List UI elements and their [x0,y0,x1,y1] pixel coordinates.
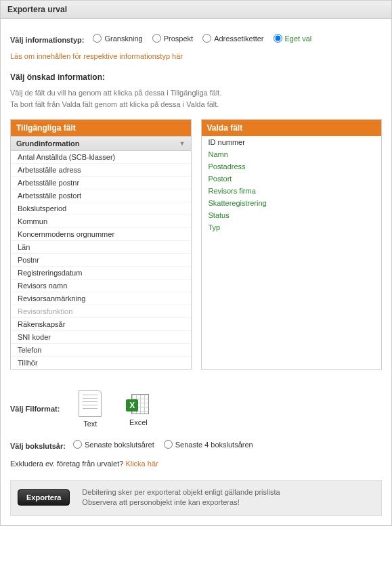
bokslutsar-option-label: Senaste bokslutsåret [85,441,154,449]
field-select-help: Välj de fält du vill ha genom att klicka… [10,87,382,110]
info-type-option-label: Prospekt [164,35,193,43]
info-type-option-label: Adressetiketter [214,35,263,43]
available-header: Tillgängliga fält [11,120,191,136]
file-format-label: Välj Filformat: [10,405,60,413]
available-field-item[interactable]: Räkenskapsår [11,318,191,331]
bokslutsar-row: Välj bokslutsår: Senaste bokslutsåretSen… [10,440,382,450]
selected-field-item[interactable]: Skatteregistrering [202,197,382,209]
text-file-icon [79,390,102,417]
exclude-link[interactable]: Klicka här [125,460,158,468]
format-text-button[interactable]: Text [73,387,107,430]
available-field-item[interactable]: Registreringsdatum [11,267,191,280]
bokslutsar-radio-senaste[interactable] [73,440,82,449]
help-line-1: Välj de fält du vill ha genom att klicka… [10,87,382,99]
info-type-radio-prospekt[interactable] [152,34,161,43]
info-type-help-link[interactable]: Läs om innehållen för respektive informa… [10,52,183,60]
info-type-row: Välj informationstyp: GranskningProspekt… [10,34,382,44]
available-field-item[interactable]: Telefon [11,344,191,357]
selected-body[interactable]: ID nummerNamnPostadressPostortRevisors f… [202,136,382,369]
field-columns: Tillgängliga fält Grundinformation▼Antal… [10,119,382,370]
selected-column: Valda fält ID nummerNamnPostadressPostor… [201,119,383,370]
available-field-item[interactable]: Län [11,241,191,254]
selected-field-item[interactable]: Namn [202,148,382,160]
footer-text: Debitering sker per exporterat objekt en… [82,487,280,508]
bokslutsar-option-label: Senaste 4 bokslutsåren [175,441,253,449]
exclude-row: Exkludera ev. företag från urvalet? Klic… [10,460,382,468]
bokslutsar-option-senaste[interactable]: Senaste bokslutsåret [73,440,154,449]
bokslutsar-radio-senaste4[interactable] [164,440,173,449]
available-field-item[interactable]: Arbetsställe postort [11,190,191,202]
export-panel: Exportera urval Välj informationstyp: Gr… [0,0,392,526]
page-title: Exportera urval [1,1,391,19]
available-field-item[interactable]: Bokslutsperiod [11,202,191,215]
format-excel-button[interactable]: X Excel [121,388,156,429]
selected-header: Valda fält [202,120,382,136]
selected-field-item[interactable]: Typ [202,221,382,234]
content: Välj informationstyp: GranskningProspekt… [1,19,391,525]
export-button[interactable]: Exportera [18,489,70,506]
info-type-option-egetval[interactable]: Eget val [274,34,312,43]
info-type-option-granskning[interactable]: Granskning [93,34,142,43]
footer-line-1: Debitering sker per exporterat objekt en… [82,487,280,497]
footer-box: Exportera Debitering sker per exporterat… [10,480,382,516]
selected-field-item[interactable]: Status [202,209,382,221]
excel-icon: X [126,391,150,416]
info-type-radio-adressetiketter[interactable] [202,34,211,43]
bokslutsar-option-senaste4[interactable]: Senaste 4 bokslutsåren [164,440,253,449]
available-field-item[interactable]: Postnr [11,254,191,267]
available-field-item[interactable]: Koncernmoderns orgnummer [11,228,191,241]
available-field-item[interactable]: Antal Anställda (SCB-klasser) [11,151,191,164]
format-text-label: Text [83,420,97,428]
available-field-item[interactable]: SNI koder [11,331,191,344]
available-field-item[interactable]: Arbetsställe adress [11,164,191,177]
info-type-option-label: Granskning [104,35,142,43]
info-type-radio-granskning[interactable] [93,34,102,43]
info-type-option-label: Eget val [285,35,312,43]
selected-field-item[interactable]: Postort [202,173,382,185]
available-field-item: Revisorsfunktion [11,305,191,318]
selected-field-item: ID nummer [202,136,382,148]
help-line-2: Ta bort fält från Valda fält genom att k… [10,99,382,110]
available-field-item[interactable]: Arbetsställe postnr [11,177,191,190]
file-format-row: Välj Filformat: Text X Excel [10,387,382,430]
bokslutsar-label: Välj bokslutsår: [10,442,66,450]
selected-field-item[interactable]: Revisors firma [202,185,382,197]
info-type-label: Välj informationstyp: [10,36,84,44]
info-type-option-adressetiketter[interactable]: Adressetiketter [202,34,263,43]
footer-line-2: Observera att personobjekt inte kan expo… [82,497,280,508]
selected-field-item[interactable]: Postadress [202,160,382,173]
chevron-down-icon: ▼ [179,140,186,147]
info-type-radio-egetval[interactable] [274,34,282,43]
available-body[interactable]: Grundinformation▼Antal Anställda (SCB-kl… [11,136,191,369]
field-select-title: Välj önskad information: [10,72,382,82]
exclude-text: Exkludera ev. företag från urvalet? [10,460,125,468]
available-field-item[interactable]: Tillhör [11,357,191,369]
available-field-item[interactable]: Kommun [11,215,191,228]
available-field-item[interactable]: Revisorsanmärkning [11,292,191,305]
group-header-label: Grundinformation [16,139,80,148]
info-type-option-prospekt[interactable]: Prospekt [152,34,193,43]
available-column: Tillgängliga fält Grundinformation▼Antal… [10,119,192,370]
group-header[interactable]: Grundinformation▼ [11,136,191,151]
available-field-item[interactable]: Revisors namn [11,280,191,292]
format-excel-label: Excel [129,418,148,426]
